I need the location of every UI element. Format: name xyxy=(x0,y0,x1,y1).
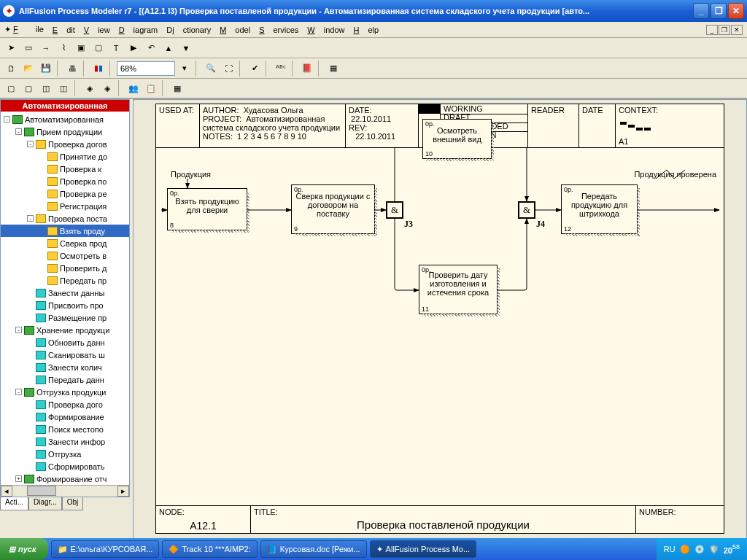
minimize-button[interactable]: _ xyxy=(693,3,709,19)
activity-box-12[interactable]: 0р. Передать продукцию для штрихкода 12 xyxy=(561,184,638,234)
tray-icon-1[interactable]: 🟠 xyxy=(680,545,690,554)
nav3[interactable]: ◫ xyxy=(38,80,54,96)
task-item-word[interactable]: 📘 Курсовая.doc [Режи... xyxy=(260,540,367,558)
squiggle-tool[interactable]: ⌇ xyxy=(55,40,71,56)
tree-item[interactable]: -Проверка поста xyxy=(1,212,129,225)
zoom-fit-button[interactable]: 🔍 xyxy=(203,61,219,77)
print-button[interactable]: 🖶 xyxy=(64,61,80,77)
activity-box-9[interactable]: 0р. Сверка продукции с договором на пост… xyxy=(291,184,375,234)
tree-item[interactable]: Сверка прод xyxy=(1,237,129,249)
mdi-close[interactable]: ✕ xyxy=(731,25,743,35)
tree-item[interactable]: -Автоматизированная xyxy=(1,113,129,125)
spell-button[interactable]: ᴬᴮᶜ xyxy=(273,61,289,77)
tree-item[interactable]: Сформировать xyxy=(1,460,129,472)
nav7[interactable]: 👥 xyxy=(125,80,142,96)
menu-window[interactable]: Window xyxy=(307,26,344,34)
nav6[interactable]: ◈ xyxy=(99,80,115,96)
tree-item[interactable]: Сканировать ш xyxy=(1,349,129,361)
nav2[interactable]: ▢ xyxy=(20,80,36,96)
dict-button[interactable]: 📕 xyxy=(299,61,315,77)
tree-item[interactable]: -Прием продукции xyxy=(1,125,129,138)
tree-item[interactable]: -Проверка догов xyxy=(1,138,129,150)
tree-item[interactable]: Занести колич xyxy=(1,361,129,373)
menu-help[interactable]: Help xyxy=(353,26,379,34)
up-tool[interactable]: ▲ xyxy=(160,40,177,56)
lang-indicator[interactable]: RU xyxy=(664,545,676,553)
tree-item[interactable]: Присвоить про xyxy=(1,299,129,311)
close-button[interactable]: ✕ xyxy=(728,3,744,19)
menu-file[interactable]: ✦ File xyxy=(4,25,44,34)
tree-item[interactable]: Взять проду xyxy=(1,225,129,237)
tree-h-scrollbar[interactable]: ◂▸ xyxy=(1,485,129,497)
report-button[interactable]: ▮▮ xyxy=(90,61,107,77)
clock[interactable]: 2058 xyxy=(724,543,740,556)
tree-item[interactable]: Обновить данн xyxy=(1,336,129,349)
play-tool[interactable]: ▶ xyxy=(125,40,142,56)
junction-j4[interactable]: & xyxy=(518,201,535,219)
tab-objects[interactable]: Obj xyxy=(62,497,84,510)
tree-item[interactable]: Занести данны xyxy=(1,287,129,299)
check-button[interactable]: ✔ xyxy=(247,61,263,77)
task-item-allfusion[interactable]: ✦ AllFusion Process Mo... xyxy=(370,540,477,558)
zoom-input[interactable]: 68% xyxy=(117,61,175,76)
tree-item[interactable]: Проверка ре xyxy=(1,187,129,200)
task-item-aimp[interactable]: 🔶 Track 10 ***AIMP2: xyxy=(162,540,257,558)
activity-box-11[interactable]: 0р. Проверить дату изготовления и истече… xyxy=(419,265,498,314)
tree-item[interactable]: Проверка дого xyxy=(1,398,129,411)
new-button[interactable]: 🗋 xyxy=(3,61,19,77)
tree-item[interactable]: Принятие до xyxy=(1,150,129,163)
open-button[interactable]: 📂 xyxy=(20,61,36,77)
tree-item[interactable]: Размещение пр xyxy=(1,311,129,324)
system-tray[interactable]: RU 🟠 💿 🛡️ 2058 xyxy=(657,538,747,560)
tree-item[interactable]: -Отгрузка продукци xyxy=(1,386,129,398)
menu-model[interactable]: Model xyxy=(220,26,250,34)
nav1[interactable]: ▢ xyxy=(3,80,19,96)
tree-item[interactable]: Поиск местопо xyxy=(1,423,129,435)
menu-diagram[interactable]: Diagram xyxy=(119,26,158,34)
menu-view[interactable]: View xyxy=(84,26,110,34)
nav9[interactable]: ▦ xyxy=(169,80,185,96)
zoom-region-button[interactable]: ⛶ xyxy=(220,61,236,77)
nav8[interactable]: 📋 xyxy=(143,80,159,96)
tree-item[interactable]: Формирование xyxy=(1,411,129,423)
tray-icon-2[interactable]: 💿 xyxy=(694,545,705,554)
nav4[interactable]: ◫ xyxy=(55,80,71,96)
menu-dictionary[interactable]: Dictionary xyxy=(166,26,211,34)
nav5[interactable]: ◈ xyxy=(82,80,98,96)
diagram-canvas[interactable]: USED AT: AUTHOR: Худасова Ольга PROJECT:… xyxy=(133,99,747,556)
arrow-tool[interactable]: → xyxy=(38,40,54,56)
tree-item[interactable]: Осмотреть в xyxy=(1,249,129,262)
tree-item[interactable]: Регистрация xyxy=(1,200,129,212)
junction-j3[interactable]: & xyxy=(386,201,403,219)
tree-item[interactable]: Проверить д xyxy=(1,262,129,274)
activity-box-10[interactable]: 0р. Осмотреть внешний вид 10 xyxy=(422,119,492,159)
menu-services[interactable]: Services xyxy=(259,26,298,34)
tree-item[interactable]: Передать данн xyxy=(1,373,129,386)
tree-item[interactable]: +Формирование отч xyxy=(1,472,129,485)
tab-diagrams[interactable]: Diagr... xyxy=(28,497,62,510)
maximize-button[interactable]: ❐ xyxy=(711,3,727,19)
undo-tool[interactable]: ↶ xyxy=(143,40,159,56)
task-item-explorer[interactable]: 📁 E:\ольга\КУРСОВАЯ... xyxy=(51,540,160,558)
tree-item[interactable]: Передать пр xyxy=(1,274,129,287)
activity-tool[interactable]: ▭ xyxy=(20,40,36,56)
box1-tool[interactable]: ▣ xyxy=(73,40,89,56)
save-button[interactable]: 💾 xyxy=(38,61,54,77)
tray-icon-3[interactable]: 🛡️ xyxy=(709,545,719,554)
tree-item[interactable]: Занести инфор xyxy=(1,435,129,448)
pointer-tool[interactable]: ➤ xyxy=(3,40,19,56)
tree-item[interactable]: Проверка к xyxy=(1,163,129,175)
tree-item[interactable]: -Хранение продукци xyxy=(1,324,129,336)
mdi-restore[interactable]: ❐ xyxy=(719,25,730,35)
model-button[interactable]: ▦ xyxy=(325,61,341,77)
start-button[interactable]: ⊞пуск xyxy=(0,538,48,560)
zoom-dropdown[interactable]: ▾ xyxy=(177,61,193,77)
menu-edit[interactable]: Edit xyxy=(53,26,75,34)
text-tool[interactable]: T xyxy=(108,40,124,56)
box2-tool[interactable]: ▢ xyxy=(90,40,107,56)
down-tool[interactable]: ▼ xyxy=(178,40,194,56)
activity-box-8[interactable]: 0р. Взять продукцию для сверки 8 xyxy=(167,188,247,230)
mdi-minimize[interactable]: _ xyxy=(706,25,718,35)
tab-activities[interactable]: Acti... xyxy=(0,497,28,510)
tree-item[interactable]: Проверка по xyxy=(1,175,129,187)
